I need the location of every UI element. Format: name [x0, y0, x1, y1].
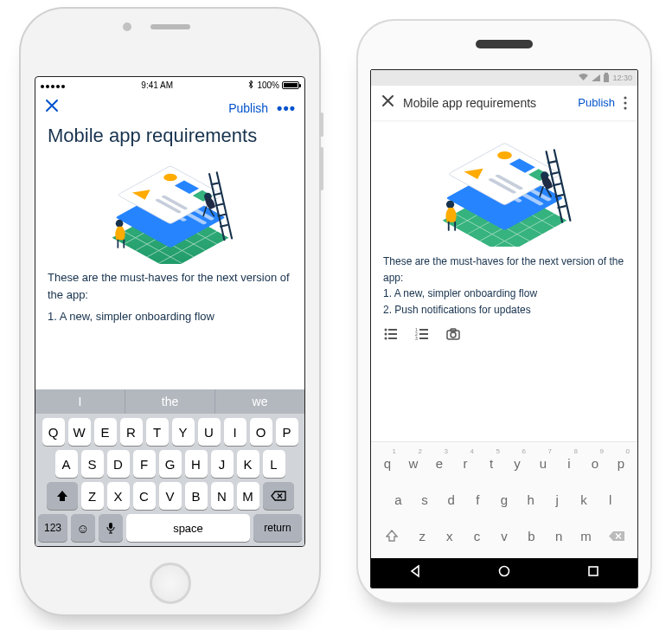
key-n[interactable]: N — [211, 482, 234, 510]
suggestion-1[interactable]: I — [35, 389, 125, 414]
key-w[interactable]: W — [68, 418, 91, 446]
backspace-key[interactable] — [602, 520, 631, 551]
close-button[interactable] — [381, 94, 394, 111]
key-h[interactable]: h — [520, 484, 542, 515]
key-c[interactable]: c — [465, 520, 488, 551]
key-i[interactable]: I — [224, 418, 246, 446]
hero-illustration — [371, 120, 637, 252]
publish-button[interactable]: Publish — [228, 101, 268, 115]
dictation-key[interactable] — [99, 514, 123, 542]
recents-button[interactable] — [586, 564, 600, 582]
key-w[interactable]: w2 — [402, 447, 425, 479]
key-e[interactable]: E — [94, 418, 117, 446]
key-o[interactable]: o9 — [584, 447, 606, 479]
key-q[interactable]: Q — [42, 418, 65, 446]
key-r[interactable]: r4 — [454, 447, 477, 479]
key-d[interactable]: D — [107, 450, 130, 478]
key-u[interactable]: U — [198, 418, 221, 446]
home-button[interactable] — [497, 564, 511, 582]
kb-row-2: asdfghjkl — [371, 479, 637, 515]
publish-button[interactable]: Publish — [578, 96, 615, 109]
key-h[interactable]: H — [185, 450, 208, 478]
key-q[interactable]: q1 — [376, 447, 399, 479]
emoji-key[interactable]: ☺ — [71, 514, 95, 542]
key-j[interactable]: j — [546, 484, 568, 515]
ios-keyboard: I the we QWERTYUIOP ASDFGHJKL ZXCVBNM — [35, 389, 304, 546]
numbered-list-button[interactable]: 123 — [414, 326, 430, 345]
svg-point-17 — [624, 106, 626, 109]
key-x[interactable]: x — [438, 520, 461, 551]
key-f[interactable]: F — [133, 450, 156, 478]
close-button[interactable] — [44, 98, 60, 118]
key-s[interactable]: S — [81, 450, 104, 478]
key-p[interactable]: p0 — [610, 447, 632, 479]
shift-key[interactable] — [377, 520, 406, 551]
key-d[interactable]: d — [440, 484, 463, 515]
key-o[interactable]: O — [250, 418, 272, 446]
key-z[interactable]: Z — [81, 482, 104, 510]
key-r[interactable]: R — [120, 418, 143, 446]
svg-point-34 — [385, 333, 387, 336]
key-v[interactable]: V — [159, 482, 182, 510]
key-m[interactable]: m — [575, 520, 598, 551]
body-intro: These are the must-haves for the next ve… — [383, 254, 625, 286]
key-l[interactable]: l — [599, 484, 622, 515]
key-s[interactable]: s — [413, 484, 436, 515]
key-y[interactable]: Y — [172, 418, 195, 446]
status-time: 12:30 — [612, 74, 632, 82]
editor-body[interactable]: These are the must-haves for the next ve… — [35, 269, 304, 325]
key-a[interactable]: a — [387, 484, 409, 515]
home-button[interactable] — [150, 562, 191, 604]
key-g[interactable]: g — [493, 484, 515, 515]
hero-illustration — [35, 150, 304, 269]
key-c[interactable]: C — [133, 482, 156, 510]
backspace-key[interactable] — [263, 482, 294, 510]
key-m[interactable]: M — [237, 482, 259, 510]
key-k[interactable]: K — [237, 450, 259, 478]
key-b[interactable]: b — [521, 520, 543, 551]
bullet-list-button[interactable] — [383, 326, 399, 345]
suggestion-2[interactable]: the — [125, 389, 215, 414]
key-b[interactable]: B — [185, 482, 208, 510]
signal-dots-icon — [41, 80, 67, 90]
camera-button[interactable] — [445, 326, 461, 345]
return-key[interactable]: return — [253, 514, 302, 542]
shift-key[interactable] — [47, 482, 78, 510]
space-key[interactable]: space — [126, 514, 250, 542]
key-a[interactable]: A — [55, 450, 78, 478]
key-t[interactable]: t5 — [480, 447, 502, 479]
key-i[interactable]: i8 — [558, 447, 580, 479]
svg-point-45 — [451, 332, 456, 338]
key-j[interactable]: J — [211, 450, 234, 478]
ios-app-navbar: Publish ••• — [35, 93, 304, 119]
body-item-2: 2. Push notifications for updates — [383, 302, 625, 318]
key-n[interactable]: n — [547, 520, 570, 551]
suggestion-3[interactable]: we — [215, 389, 304, 414]
android-status-bar: 12:30 — [371, 70, 637, 86]
body-intro: These are the must-haves for the next ve… — [48, 269, 292, 303]
key-p[interactable]: P — [276, 418, 298, 446]
key-v[interactable]: v — [493, 520, 515, 551]
key-l[interactable]: L — [263, 450, 285, 478]
key-z[interactable]: z — [411, 520, 433, 551]
iphone-screen: 9:41 AM 100% Publish ••• — [35, 76, 305, 547]
microphone-icon — [106, 522, 115, 534]
kb-row-3: ZXCVBNM — [35, 478, 304, 510]
back-button[interactable] — [408, 564, 422, 582]
key-f[interactable]: f — [466, 484, 489, 515]
android-device-frame: 12:30 Mobile app requirements Publish — [358, 21, 650, 602]
android-app-navbar: Mobile app requirements Publish — [371, 86, 637, 120]
key-e[interactable]: e3 — [428, 447, 451, 479]
editor-body[interactable]: These are the must-haves for the next ve… — [371, 252, 637, 319]
key-y[interactable]: y6 — [506, 447, 528, 479]
more-button[interactable]: ••• — [277, 104, 296, 112]
key-u[interactable]: u7 — [532, 447, 554, 479]
svg-text:3: 3 — [415, 336, 418, 341]
numbers-key[interactable]: 123 — [38, 514, 67, 542]
key-x[interactable]: X — [107, 482, 130, 510]
front-camera-icon — [123, 22, 131, 31]
key-g[interactable]: G — [159, 450, 182, 478]
key-t[interactable]: T — [146, 418, 169, 446]
key-k[interactable]: k — [573, 484, 595, 515]
more-button[interactable] — [624, 96, 627, 110]
